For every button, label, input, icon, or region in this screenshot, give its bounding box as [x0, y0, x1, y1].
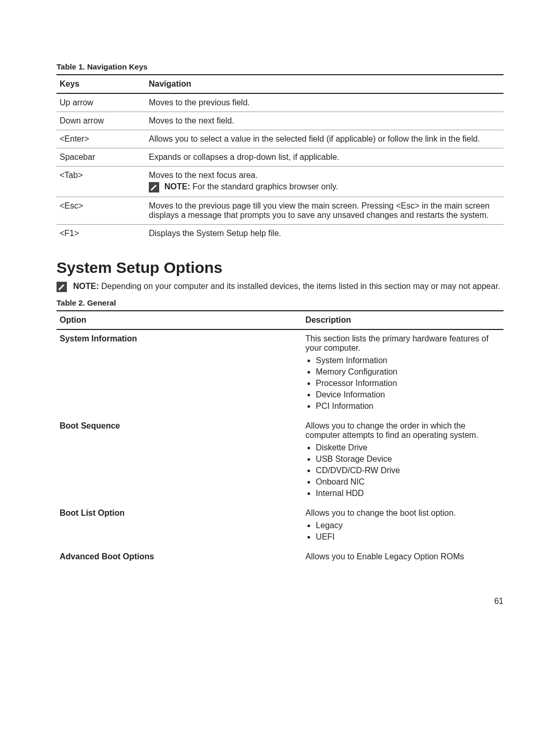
- desc-cell: Allows you to Enable Legacy Option ROMs: [302, 548, 503, 566]
- option-cell: Advanced Boot Options: [57, 548, 302, 566]
- key-cell: Down arrow: [57, 112, 146, 130]
- list-item: System Information: [316, 356, 500, 365]
- key-cell: Spacebar: [57, 148, 146, 167]
- table-row: Down arrow Moves to the next field.: [57, 112, 503, 130]
- option-cell: System Information: [57, 329, 302, 417]
- list-item: Diskette Drive: [316, 443, 500, 452]
- tab-desc-text: Moves to the next focus area.: [149, 171, 500, 180]
- desc-text: Allows you to change the boot list optio…: [305, 508, 500, 518]
- table-row: <Enter> Allows you to select a value in …: [57, 130, 503, 148]
- list-item: Internal HDD: [316, 489, 500, 498]
- note-body: For the standard graphics browser only.: [190, 182, 338, 191]
- table-row: <Tab> Moves to the next focus area. NOTE…: [57, 167, 503, 197]
- list-item: Memory Configuration: [316, 367, 500, 377]
- table-row: Spacebar Expands or collapses a drop-dow…: [57, 148, 503, 167]
- table-row: <Esc> Moves to the previous page till yo…: [57, 197, 503, 225]
- col-keys-header: Keys: [57, 75, 146, 93]
- table-row: Up arrow Moves to the previous field.: [57, 93, 503, 112]
- desc-text: Allows you to change the order in which …: [305, 421, 500, 440]
- desc-text: This section lists the primary hardware …: [305, 334, 500, 353]
- table1-caption: Table 1. Navigation Keys: [57, 62, 503, 71]
- page-number: 61: [57, 597, 503, 606]
- document-page: Table 1. Navigation Keys Keys Navigation…: [0, 0, 560, 637]
- tab-note-text: NOTE: For the standard graphics browser …: [164, 182, 338, 191]
- list-item: PCI Information: [316, 402, 500, 411]
- desc-text: Allows you to Enable Legacy Option ROMs: [305, 552, 500, 561]
- table-header-row: Keys Navigation: [57, 75, 503, 93]
- list-item: Legacy: [316, 521, 500, 530]
- nav-cell: Moves to the previous page till you view…: [146, 197, 503, 225]
- col-nav-header: Navigation: [146, 75, 503, 93]
- list-item: Device Information: [316, 390, 500, 399]
- navigation-keys-table: Keys Navigation Up arrow Moves to the pr…: [57, 74, 503, 242]
- key-cell: <Tab>: [57, 167, 146, 197]
- nav-cell: Moves to the previous field.: [146, 93, 503, 112]
- key-cell: <Enter>: [57, 130, 146, 148]
- desc-cell: Allows you to change the boot list optio…: [302, 504, 503, 548]
- nav-cell: Moves to the next focus area. NOTE: For …: [146, 167, 503, 197]
- bullet-list: Legacy UEFI: [305, 521, 500, 542]
- nav-cell: Allows you to select a value in the sele…: [146, 130, 503, 148]
- key-cell: <F1>: [57, 225, 146, 243]
- desc-cell: This section lists the primary hardware …: [302, 329, 503, 417]
- list-item: Onboard NIC: [316, 477, 500, 487]
- note-label: NOTE:: [164, 182, 190, 191]
- col-desc-header: Description: [302, 311, 503, 329]
- section-heading: System Setup Options: [57, 259, 503, 277]
- table-row: <F1> Displays the System Setup help file…: [57, 225, 503, 243]
- bullet-list: Diskette Drive USB Storage Device CD/DVD…: [305, 443, 500, 498]
- table-row: System Information This section lists th…: [57, 329, 503, 417]
- table-row: Boot Sequence Allows you to change the o…: [57, 417, 503, 504]
- list-item: USB Storage Device: [316, 454, 500, 464]
- section-note: NOTE: Depending on your computer and its…: [57, 282, 503, 292]
- table-header-row: Option Description: [57, 311, 503, 329]
- key-cell: Up arrow: [57, 93, 146, 112]
- bullet-list: System Information Memory Configuration …: [305, 356, 500, 411]
- general-table: Option Description System Information Th…: [57, 310, 503, 566]
- nav-cell: Moves to the next field.: [146, 112, 503, 130]
- list-item: Processor Information: [316, 379, 500, 388]
- table2-caption: Table 2. General: [57, 298, 503, 307]
- section-note-text: NOTE: Depending on your computer and its…: [73, 282, 500, 291]
- note-label: NOTE:: [73, 282, 99, 291]
- col-option-header: Option: [57, 311, 302, 329]
- nav-cell: Expands or collapses a drop-down list, i…: [146, 148, 503, 167]
- table-row: Boot List Option Allows you to change th…: [57, 504, 503, 548]
- pencil-note-icon: [57, 282, 67, 292]
- list-item: CD/DVD/CD-RW Drive: [316, 466, 500, 475]
- list-item: UEFI: [316, 532, 500, 542]
- desc-cell: Allows you to change the order in which …: [302, 417, 503, 504]
- nav-cell: Displays the System Setup help file.: [146, 225, 503, 243]
- pencil-note-icon: [149, 182, 159, 192]
- tab-note: NOTE: For the standard graphics browser …: [149, 182, 500, 192]
- option-cell: Boot List Option: [57, 504, 302, 548]
- note-body: Depending on your computer and its insta…: [99, 282, 500, 291]
- table-row: Advanced Boot Options Allows you to Enab…: [57, 548, 503, 566]
- option-cell: Boot Sequence: [57, 417, 302, 504]
- key-cell: <Esc>: [57, 197, 146, 225]
